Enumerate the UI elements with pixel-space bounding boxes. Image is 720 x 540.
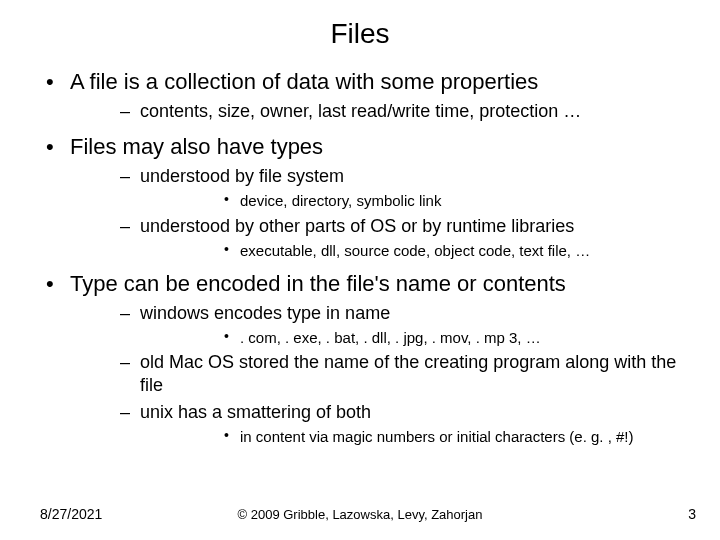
bullet-l1: Files may also have types understood by …: [30, 133, 690, 260]
slide: Files A file is a collection of data wit…: [0, 0, 720, 540]
bullet-text: old Mac OS stored the name of the creati…: [140, 352, 676, 395]
bullet-text: windows encodes type in name: [140, 303, 390, 323]
bullet-text: Type can be encoded in the file's name o…: [70, 271, 566, 296]
slide-footer: 8/27/2021 © 2009 Gribble, Lazowska, Levy…: [0, 500, 720, 522]
bullet-l2: understood by other parts of OS or by ru…: [70, 215, 690, 260]
bullet-l2: understood by file system device, direct…: [70, 165, 690, 210]
bullet-l1: A file is a collection of data with some…: [30, 68, 690, 123]
bullet-text: understood by other parts of OS or by ru…: [140, 216, 574, 236]
bullet-l3: device, directory, symbolic link: [140, 191, 690, 210]
bullet-l1: Type can be encoded in the file's name o…: [30, 270, 690, 447]
bullet-text: contents, size, owner, last read/write t…: [140, 101, 581, 121]
bullet-text: device, directory, symbolic link: [240, 192, 441, 209]
bullet-l3: . com, . exe, . bat, . dll, . jpg, . mov…: [140, 328, 690, 347]
bullet-l3: in content via magic numbers or initial …: [140, 427, 690, 446]
bullet-l3: executable, dll, source code, object cod…: [140, 241, 690, 260]
bullet-text: Files may also have types: [70, 134, 323, 159]
bullet-text: executable, dll, source code, object cod…: [240, 242, 590, 259]
slide-title: Files: [0, 0, 720, 58]
bullet-l2: windows encodes type in name . com, . ex…: [70, 302, 690, 347]
footer-copyright: © 2009 Gribble, Lazowska, Levy, Zahorjan: [0, 507, 720, 522]
bullet-text: understood by file system: [140, 166, 344, 186]
bullet-list: A file is a collection of data with some…: [30, 68, 690, 446]
slide-body: A file is a collection of data with some…: [0, 68, 720, 446]
bullet-text: in content via magic numbers or initial …: [240, 428, 634, 445]
bullet-text: unix has a smattering of both: [140, 402, 371, 422]
bullet-l2: contents, size, owner, last read/write t…: [70, 100, 690, 123]
bullet-l2: old Mac OS stored the name of the creati…: [70, 351, 690, 397]
bullet-text: A file is a collection of data with some…: [70, 69, 538, 94]
bullet-text: . com, . exe, . bat, . dll, . jpg, . mov…: [240, 329, 541, 346]
footer-page-number: 3: [688, 506, 696, 522]
bullet-l2: unix has a smattering of both in content…: [70, 401, 690, 446]
